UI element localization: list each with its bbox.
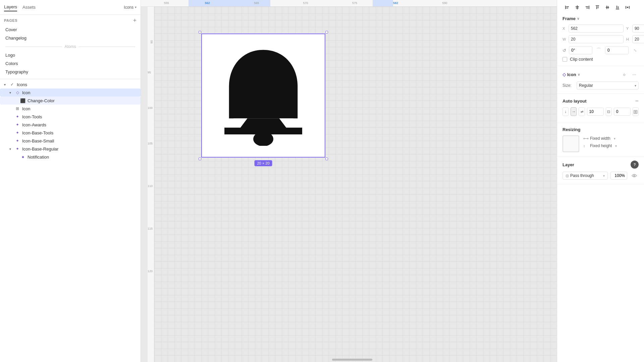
- ruler-mark-555: 555: [164, 1, 169, 5]
- ruler-mark-115: 115: [148, 227, 153, 230]
- layer-icon-awards[interactable]: ✦ Icon-Awards: [0, 121, 141, 129]
- layout-dir-down-button[interactable]: ↓: [562, 107, 569, 116]
- layer-icon-grid[interactable]: ⊞ Icon: [0, 105, 141, 113]
- padding-button[interactable]: ⊡: [606, 107, 612, 116]
- h-input[interactable]: [632, 35, 644, 43]
- svg-rect-21: [627, 7, 628, 8]
- resize-mode-button[interactable]: ⤡: [631, 46, 639, 55]
- component-chevron-icon[interactable]: ∨: [578, 73, 580, 76]
- ruler-mark-565: 565: [254, 1, 259, 5]
- canvas-area[interactable]: 555 562 565 570 575 582 590 90 95 100 10…: [141, 0, 557, 362]
- angle-icon: ↺: [562, 48, 566, 53]
- align-center-h-button[interactable]: [573, 3, 582, 12]
- resizing-title: Resizing: [562, 127, 639, 132]
- page-item-logo[interactable]: Logo: [4, 51, 137, 59]
- x-field: X: [562, 24, 624, 33]
- frame-container[interactable]: 20 × 20: [201, 34, 325, 158]
- component-name: Icon: [567, 72, 576, 77]
- layer-label: Icon-Awards: [22, 122, 137, 127]
- ruler-mark-105: 105: [148, 142, 153, 145]
- help-button[interactable]: ?: [631, 161, 639, 169]
- layer-change-color[interactable]: ⬛ Change-Color: [0, 97, 141, 105]
- gap-input[interactable]: [587, 108, 604, 116]
- frame-title-label: Frame: [562, 16, 576, 21]
- blend-mode-select[interactable]: ◎ Pass through ▾: [562, 172, 608, 180]
- y-input[interactable]: [632, 24, 644, 33]
- eye-icon: [632, 174, 637, 178]
- layer-section-header: Layer ?: [562, 161, 639, 169]
- opacity-input[interactable]: [610, 172, 627, 180]
- align-left-button[interactable]: [562, 3, 572, 12]
- counter-button[interactable]: ⊞: [633, 107, 639, 116]
- align-right-button[interactable]: [583, 3, 592, 12]
- ruler-mark-100: 100: [148, 106, 153, 110]
- ruler-mark-95: 95: [148, 71, 151, 74]
- page-item-typography[interactable]: Typography: [4, 68, 137, 76]
- bell-icon-container: [201, 34, 325, 158]
- size-label: Size:: [562, 83, 575, 88]
- frame-chevron-icon[interactable]: ∨: [577, 17, 579, 20]
- clip-content-checkbox[interactable]: [562, 57, 567, 62]
- component-child-icon: ⬛: [20, 98, 25, 103]
- pages-header: Pages +: [4, 17, 137, 23]
- corner-radius-input[interactable]: [605, 46, 629, 54]
- lock-ratio-button[interactable]: ⌒: [595, 46, 602, 55]
- component-icon: ✦: [15, 122, 20, 127]
- ruler-mark-582: 582: [393, 1, 398, 5]
- layer-icon-base-regular[interactable]: ▾ ✦ Icon-Base-Regular: [0, 145, 141, 153]
- ruler-top: 555 562 565 570 575 582 590: [141, 0, 557, 7]
- angle-corner-row: ↺ ⌒ ⤡: [562, 46, 639, 55]
- align-top-button[interactable]: [593, 3, 602, 12]
- layer-icon-tools[interactable]: ✦ Icon-Tools: [0, 113, 141, 121]
- page-item-cover[interactable]: Cover: [4, 25, 137, 34]
- size-value: Regular: [579, 83, 593, 88]
- layer-icon-selected[interactable]: ▾ ◇ Icon: [0, 88, 141, 97]
- fixed-width-icon: ⟷: [583, 136, 588, 141]
- fixed-width-chevron-icon: ▾: [614, 137, 615, 140]
- component-more-button[interactable]: ···: [630, 70, 639, 79]
- page-item-changelog[interactable]: Changelog: [4, 34, 137, 42]
- w-field: W: [562, 35, 624, 43]
- padding-input[interactable]: [614, 108, 631, 116]
- align-middle-button[interactable]: [603, 3, 612, 12]
- page-item-colors[interactable]: Colors: [4, 59, 137, 68]
- align-bottom-button[interactable]: [613, 3, 622, 12]
- align-top-icon: [595, 5, 600, 10]
- h-field: H: [626, 35, 644, 43]
- ruler-left: 90 95 100 105 110 115 120: [148, 7, 154, 362]
- auto-layout-remove-button[interactable]: −: [635, 98, 639, 104]
- angle-input[interactable]: [569, 46, 592, 54]
- frame-box: [201, 34, 325, 158]
- fixed-width-option[interactable]: ⟷ Fixed width ▾: [583, 135, 639, 141]
- canvas-scrollbar[interactable]: [332, 359, 372, 361]
- frame-wrapper: 20 × 20: [201, 34, 325, 158]
- fixed-height-option[interactable]: ↕ Fixed height ▾: [583, 143, 639, 149]
- svg-rect-11: [596, 6, 597, 9]
- layer-icons[interactable]: ▾ ✓ Icons: [0, 80, 141, 88]
- layout-dir-right-button[interactable]: →: [571, 107, 577, 116]
- resizing-box: ⟷ Fixed width ▾ ↕ Fixed height ▾: [562, 135, 639, 152]
- frame-section-header: Frame ∨: [562, 16, 639, 21]
- size-select[interactable]: Regular ▾: [577, 81, 639, 89]
- w-input[interactable]: [569, 35, 624, 43]
- auto-layout-header: Auto layout −: [562, 98, 639, 104]
- breadcrumb[interactable]: Icons ▾: [124, 5, 137, 10]
- visibility-toggle-button[interactable]: [630, 171, 639, 180]
- layer-icon-base-tools[interactable]: ✦ Icon-Base-Tools: [0, 129, 141, 137]
- distribute-h-button[interactable]: [623, 3, 632, 12]
- align-middle-icon: [605, 5, 610, 10]
- x-input[interactable]: [569, 24, 624, 33]
- left-panel: Layers Assets Icons ▾ Pages + Cover Chan…: [0, 0, 141, 362]
- layout-wrap-button[interactable]: ⇌: [579, 107, 585, 116]
- layer-notification[interactable]: ◆ Notification: [0, 153, 141, 161]
- tab-layers[interactable]: Layers: [4, 3, 17, 11]
- layer-label: Change-Color: [28, 98, 137, 103]
- component-link-button[interactable]: ⟐: [620, 70, 629, 79]
- layer-icon-base-small[interactable]: ✦ Icon-Base-Small: [0, 137, 141, 145]
- tab-assets[interactable]: Assets: [22, 3, 36, 11]
- add-page-button[interactable]: +: [133, 17, 137, 23]
- chevron-down-icon: ▾: [9, 147, 13, 151]
- ruler-highlight-582: [373, 0, 393, 6]
- wh-row: W H: [562, 35, 639, 43]
- svg-rect-6: [576, 8, 579, 8]
